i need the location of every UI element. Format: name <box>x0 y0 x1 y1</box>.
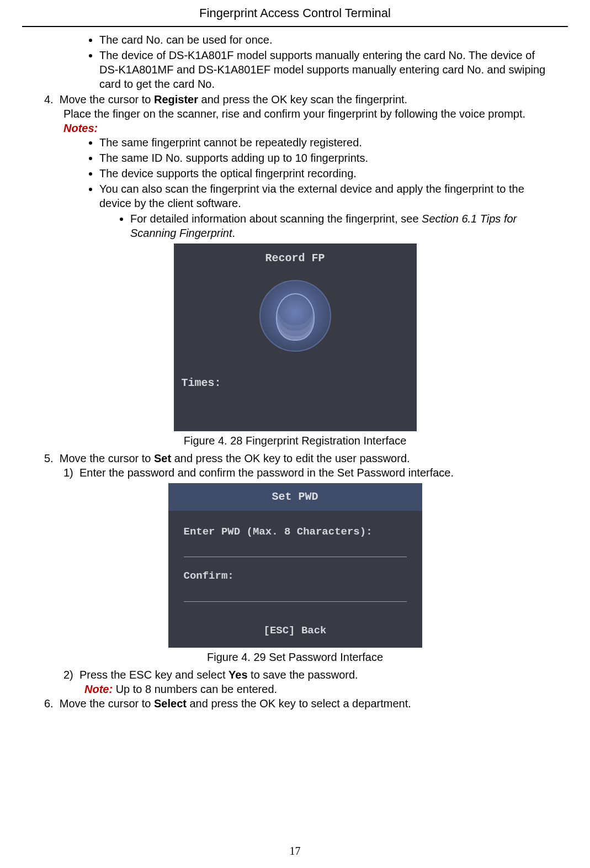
step-text: Move the cursor to Register and press th… <box>60 93 407 105</box>
list-item: For detailed information about scanning … <box>130 211 568 240</box>
step-number: 6. <box>44 697 54 710</box>
substep-text: Press the ESC key and select Yes to save… <box>79 669 358 681</box>
screen-title: Record FP <box>174 244 417 270</box>
times-label: Times: <box>174 361 417 418</box>
confirm-input-line <box>184 586 407 602</box>
substep-number: 2) <box>63 669 73 681</box>
figure-caption-2: Figure 4. 29 Set Password Interface <box>22 650 568 664</box>
pwd-input-line <box>184 542 407 557</box>
step-4-body: Place the finger on the scanner, rise an… <box>22 107 568 121</box>
list-item: The device of DS-K1A801F model supports … <box>99 48 568 91</box>
list-item: The same ID No. supports adding up to 10… <box>99 151 568 165</box>
esc-back-label: [ESC] Back <box>168 620 422 648</box>
substep-5-1: 1) Enter the password and confirm the pa… <box>22 465 568 480</box>
top-bullet-list: The card No. can be used for once. The d… <box>88 33 568 91</box>
substep-number: 1) <box>63 467 73 479</box>
set-pwd-screen: Set PWD Enter PWD (Max. 8 Characters): C… <box>168 483 422 648</box>
page-number: 17 <box>0 844 590 858</box>
list-item: You can also scan the fingerprint via th… <box>99 182 568 210</box>
list-item: The same fingerprint cannot be repeatedl… <box>99 135 568 150</box>
step-5: 5. Move the cursor to Set and press the … <box>22 451 568 465</box>
enter-pwd-label: Enter PWD (Max. 8 Characters): <box>184 525 407 539</box>
note-text: Up to 8 numbers can be entered. <box>113 683 277 695</box>
fingerprint-icon <box>259 280 331 352</box>
notes-list: The same fingerprint cannot be repeatedl… <box>88 135 568 210</box>
step-text: Move the cursor to Select and press the … <box>60 697 411 710</box>
confirm-label: Confirm: <box>184 569 407 583</box>
substep-5-2: 2) Press the ESC key and select Yes to s… <box>22 668 568 682</box>
step-4: 4. Move the cursor to Register and press… <box>22 92 568 107</box>
sub-note-list: For detailed information about scanning … <box>116 211 568 240</box>
screen-title: Set PWD <box>168 483 422 511</box>
record-fp-screen: Record FP Times: <box>174 244 417 431</box>
step-text: Move the cursor to Set and press the OK … <box>60 452 410 464</box>
notes-label: Notes: <box>22 121 568 135</box>
figure-caption-1: Figure 4. 28 Fingerprint Registration In… <box>22 433 568 448</box>
note-label: Note: <box>84 683 113 695</box>
page-header-title: Fingerprint Access Control Terminal <box>22 0 568 27</box>
note-inline: Note: Up to 8 numbers can be entered. <box>22 682 568 696</box>
list-item: The card No. can be used for once. <box>99 33 568 47</box>
substep-text: Enter the password and confirm the passw… <box>79 467 454 479</box>
step-number: 5. <box>44 452 54 464</box>
list-item: The device supports the optical fingerpr… <box>99 166 568 181</box>
step-6: 6. Move the cursor to Select and press t… <box>22 696 568 711</box>
step-number: 4. <box>44 93 54 105</box>
